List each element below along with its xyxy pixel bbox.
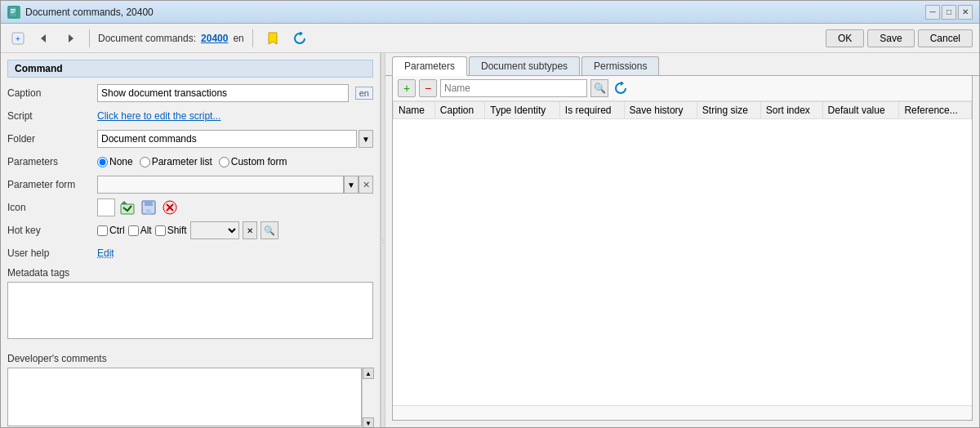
svg-rect-3 bbox=[11, 12, 14, 13]
scroll-down-btn[interactable]: ▼ bbox=[363, 417, 374, 427]
tab-permissions[interactable]: Permissions bbox=[581, 56, 659, 75]
folder-dropdown-arrow[interactable]: ▼ bbox=[359, 130, 373, 148]
tab-document-subtypes[interactable]: Document subtypes bbox=[469, 56, 580, 75]
metadata-tags-label: Metadata tags bbox=[7, 267, 97, 279]
icon-delete-button[interactable] bbox=[161, 198, 179, 216]
params-name-filter[interactable] bbox=[440, 79, 587, 97]
ctrl-label[interactable]: Ctrl bbox=[97, 225, 125, 236]
none-radio-label[interactable]: None bbox=[97, 156, 133, 167]
folder-input[interactable] bbox=[97, 130, 357, 148]
minimize-button[interactable]: ─ bbox=[925, 5, 940, 20]
dev-comments-label: Developer's comments bbox=[7, 353, 373, 364]
col-type-identity: Type Identity bbox=[485, 102, 560, 119]
add-param-button[interactable]: + bbox=[398, 79, 416, 97]
hotkey-select[interactable] bbox=[190, 221, 239, 239]
icon-open-button[interactable] bbox=[118, 198, 136, 216]
back-nav-button[interactable]: + bbox=[7, 29, 29, 47]
params-status-bar bbox=[393, 405, 972, 420]
caption-label: Caption bbox=[7, 87, 97, 99]
hotkey-control: Ctrl Alt Shift ✕ 🔍 bbox=[97, 221, 373, 239]
shift-checkbox[interactable] bbox=[155, 225, 166, 236]
right-panel: Parameters Document subtypes Permissions… bbox=[385, 53, 979, 427]
parameters-label: Parameters bbox=[7, 156, 97, 167]
close-button[interactable]: ✕ bbox=[958, 5, 973, 20]
none-label: None bbox=[109, 156, 133, 167]
script-link[interactable]: Click here to edit the script... bbox=[97, 110, 220, 122]
title-bar: Document commands, 20400 ─ □ ✕ bbox=[1, 1, 979, 24]
prev-button[interactable] bbox=[33, 29, 55, 47]
params-search-button[interactable]: 🔍 bbox=[590, 79, 608, 97]
title-bar-left: Document commands, 20400 bbox=[7, 6, 154, 19]
caption-lang-badge[interactable]: en bbox=[355, 87, 373, 100]
alt-label[interactable]: Alt bbox=[128, 225, 152, 236]
parameter-form-label: Parameter form bbox=[7, 179, 97, 190]
folder-control: ▼ bbox=[97, 130, 373, 148]
hotkey-clear-button[interactable]: ✕ bbox=[243, 221, 257, 239]
custom-form-label: Custom form bbox=[231, 156, 287, 167]
tabs-bar: Parameters Document subtypes Permissions bbox=[385, 53, 979, 76]
caption-input[interactable] bbox=[97, 84, 349, 102]
custom-form-radio-label[interactable]: Custom form bbox=[219, 156, 287, 167]
svg-rect-11 bbox=[145, 201, 153, 206]
svg-rect-1 bbox=[11, 9, 16, 10]
bookmark-button[interactable] bbox=[261, 29, 284, 48]
parameter-form-dropdown[interactable]: ▼ bbox=[344, 176, 359, 194]
shift-label[interactable]: Shift bbox=[155, 225, 187, 236]
param-list-radio[interactable] bbox=[140, 157, 150, 167]
col-default-value: Default value bbox=[822, 102, 899, 119]
dev-comments-scrollbar[interactable]: ▲ ▼ bbox=[362, 368, 373, 427]
toolbar: + Document commands: 20400 en OK Save Ca… bbox=[1, 24, 979, 53]
svg-text:+: + bbox=[16, 34, 20, 43]
metadata-tags-input[interactable] bbox=[7, 282, 373, 339]
save-button[interactable]: Save bbox=[867, 29, 914, 47]
custom-form-radio[interactable] bbox=[219, 157, 229, 167]
tab-content-parameters: + − 🔍 Name Caption bbox=[392, 76, 973, 421]
user-help-control: Edit bbox=[97, 247, 373, 259]
icon-save-button[interactable] bbox=[140, 198, 158, 216]
col-caption: Caption bbox=[434, 102, 484, 119]
script-control: Click here to edit the script... bbox=[97, 110, 373, 122]
maximize-button[interactable]: □ bbox=[942, 5, 956, 20]
hotkey-row: Hot key Ctrl Alt Shift ✕ 🔍 bbox=[7, 221, 373, 239]
icon-control bbox=[97, 198, 373, 216]
scroll-track bbox=[363, 379, 373, 417]
caption-row: Caption en bbox=[7, 84, 373, 102]
ctrl-checkbox[interactable] bbox=[97, 225, 108, 236]
icon-row: Icon bbox=[7, 198, 373, 216]
cancel-button[interactable]: Cancel bbox=[918, 29, 973, 47]
title-controls: ─ □ ✕ bbox=[925, 5, 973, 20]
script-row: Script Click here to edit the script... bbox=[7, 107, 373, 125]
user-help-row: User help Edit bbox=[7, 244, 373, 262]
svg-rect-0 bbox=[9, 7, 17, 17]
ok-button[interactable]: OK bbox=[826, 29, 864, 47]
parameter-form-clear[interactable]: ✕ bbox=[359, 176, 373, 194]
action-buttons: OK Save Cancel bbox=[826, 29, 973, 47]
col-is-required: Is required bbox=[559, 102, 624, 119]
col-string-size: String size bbox=[697, 102, 760, 119]
params-refresh-button[interactable] bbox=[612, 79, 630, 97]
doc-id[interactable]: 20400 bbox=[201, 33, 228, 44]
main-window: Document commands, 20400 ─ □ ✕ + Documen… bbox=[0, 0, 980, 428]
col-reference: Reference... bbox=[899, 102, 972, 119]
parameter-form-input[interactable] bbox=[97, 176, 344, 194]
icon-preview bbox=[97, 198, 115, 216]
svg-rect-8 bbox=[121, 204, 134, 214]
remove-param-button[interactable]: − bbox=[419, 79, 437, 97]
user-help-link[interactable]: Edit bbox=[97, 247, 114, 259]
alt-checkbox[interactable] bbox=[128, 225, 139, 236]
next-button[interactable] bbox=[60, 29, 81, 47]
refresh-button[interactable] bbox=[289, 29, 310, 47]
col-sort-index: Sort index bbox=[760, 102, 822, 119]
svg-marker-9 bbox=[121, 201, 127, 204]
hotkey-search-button[interactable]: 🔍 bbox=[261, 221, 278, 239]
command-section-header: Command bbox=[7, 60, 373, 78]
parameter-form-row: Parameter form ▼ ✕ bbox=[7, 176, 373, 194]
window-title: Document commands, 20400 bbox=[25, 7, 154, 18]
caption-control: en bbox=[97, 84, 373, 102]
dev-comments-input[interactable] bbox=[7, 368, 362, 426]
tab-parameters[interactable]: Parameters bbox=[392, 56, 467, 76]
none-radio[interactable] bbox=[97, 157, 108, 167]
scroll-up-btn[interactable]: ▲ bbox=[363, 368, 374, 379]
param-list-radio-label[interactable]: Parameter list bbox=[140, 156, 212, 167]
parameters-radio-group: None Parameter list Custom form bbox=[97, 156, 373, 167]
